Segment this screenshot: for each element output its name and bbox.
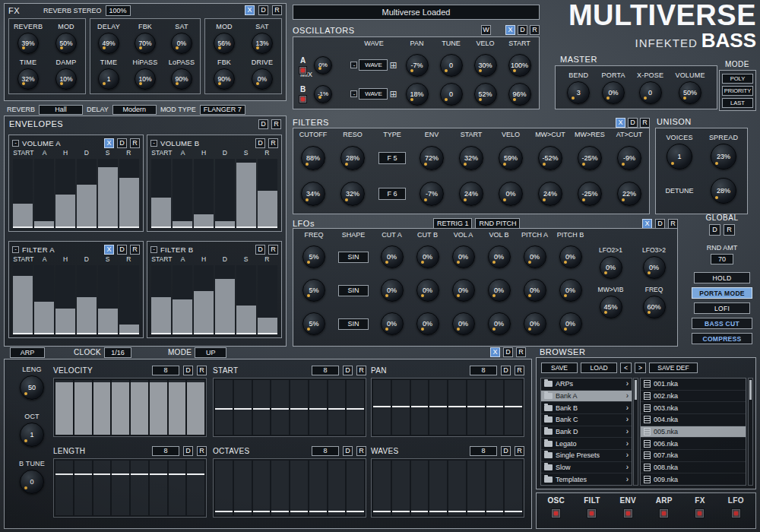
osc-b-mix-knob[interactable]: -1% <box>314 85 332 103</box>
lfo1-freq-knob[interactable]: 5% <box>302 245 325 268</box>
lofi-button[interactable]: LOFI <box>694 302 750 314</box>
x-button[interactable]: X <box>490 347 500 357</box>
d-button[interactable]: D <box>655 219 665 229</box>
step-bar[interactable] <box>112 380 129 435</box>
fx-select-value[interactable]: Modern <box>112 105 157 115</box>
folder-row[interactable]: Single Presets › <box>541 450 632 462</box>
filter-type-a-select[interactable]: F 5 <box>378 152 406 164</box>
wave-grid-icon[interactable]: ⊞ <box>389 61 397 70</box>
envelope-bar[interactable] <box>55 159 75 228</box>
step-bar[interactable] <box>74 380 92 435</box>
reverb-stereo-value[interactable]: 100% <box>106 5 131 16</box>
envelope-bar[interactable] <box>13 159 33 228</box>
master-knob[interactable]: 0 <box>639 81 662 104</box>
tab-power-led[interactable] <box>551 508 561 518</box>
d-button[interactable]: D <box>183 366 193 375</box>
knob-cutoff-a[interactable]: 88% <box>301 146 325 170</box>
fx-knob[interactable]: 70% <box>135 33 156 54</box>
folder-row[interactable]: Bank A › <box>541 391 632 403</box>
arp-mode-select[interactable]: UP <box>195 347 226 358</box>
step-bar[interactable] <box>328 380 346 435</box>
folder-row[interactable]: Slow › <box>541 462 632 474</box>
r-button[interactable]: R <box>271 119 281 129</box>
osc-b-tune-knob[interactable]: 0 <box>440 83 463 106</box>
step-bar[interactable] <box>309 380 327 435</box>
knob-start-a[interactable]: 32% <box>459 146 483 170</box>
step-bar[interactable] <box>392 461 410 515</box>
master-knob[interactable]: 0% <box>602 81 625 104</box>
step-bar[interactable] <box>234 380 252 435</box>
lfo-mod-knob[interactable]: 0% <box>416 245 439 268</box>
file-row[interactable]: 005.nka <box>641 426 746 439</box>
tab-power-led[interactable] <box>623 508 633 518</box>
step-bar[interactable] <box>505 461 522 515</box>
step-bar[interactable] <box>373 461 391 515</box>
step-bar[interactable] <box>373 380 391 435</box>
step-bar[interactable] <box>392 380 410 435</box>
arp-button[interactable]: ARP <box>10 347 45 358</box>
fx-knob[interactable]: 13% <box>252 33 273 54</box>
step-bar[interactable] <box>55 461 73 515</box>
fx-knob[interactable]: 1 <box>98 68 119 90</box>
step-bar[interactable] <box>271 461 289 515</box>
leng-knob[interactable]: 50 <box>20 375 44 400</box>
lfo3-to-2-knob[interactable]: 0% <box>643 256 666 279</box>
r-button[interactable]: R <box>668 219 678 229</box>
envelope-bar[interactable] <box>258 265 277 334</box>
r-button[interactable]: R <box>640 118 650 128</box>
steps-count[interactable]: 8 <box>312 446 339 456</box>
folder-scrollbar[interactable] <box>633 378 638 486</box>
folder-row[interactable]: Templates › <box>541 473 632 485</box>
r-button[interactable]: R <box>356 446 366 456</box>
osc-b-power-led[interactable] <box>299 95 307 103</box>
x-button[interactable]: X <box>104 245 114 255</box>
x-button[interactable]: X <box>245 5 255 15</box>
step-bar[interactable] <box>467 461 485 515</box>
fx-knob[interactable]: 0% <box>252 68 273 90</box>
lfo3-freq-knob[interactable]: 5% <box>302 312 325 335</box>
step-bar[interactable] <box>74 461 92 515</box>
mode-button[interactable]: POLY <box>722 74 753 84</box>
osc-b-pan-knob[interactable]: 18% <box>406 83 429 106</box>
r-button[interactable]: R <box>130 245 140 255</box>
d-button[interactable]: D <box>117 245 127 255</box>
step-bar[interactable] <box>187 461 204 515</box>
envelope-bar[interactable] <box>77 159 97 228</box>
knob-at-cut-b[interactable]: 22% <box>617 182 641 206</box>
step-bar[interactable] <box>215 461 233 515</box>
envelope-bar[interactable] <box>173 159 192 228</box>
master-knob[interactable]: 3 <box>567 81 590 104</box>
steps-count[interactable]: 8 <box>152 366 179 375</box>
r-button[interactable]: R <box>516 347 526 357</box>
prev-button[interactable]: < <box>620 363 632 373</box>
osc-a-tune-knob[interactable]: 0 <box>440 54 463 77</box>
step-bar[interactable] <box>505 380 522 435</box>
mode-button[interactable]: LAST <box>722 98 753 108</box>
step-bar[interactable] <box>93 461 111 515</box>
w-button[interactable]: W <box>481 25 491 35</box>
step-bar[interactable] <box>429 461 447 515</box>
folder-row[interactable]: Bank C › <box>541 414 632 426</box>
knob-mw-cut-b[interactable]: 24% <box>538 182 562 206</box>
lfo-mod-knob[interactable]: 0% <box>488 312 511 335</box>
envelope-bar[interactable] <box>119 159 139 228</box>
d-button[interactable]: D <box>255 245 265 255</box>
fx-select-value[interactable]: FLANGER 7 <box>200 105 245 115</box>
lfo-mod-knob[interactable]: 0% <box>559 312 582 335</box>
tab-power-led[interactable] <box>587 508 597 518</box>
osc-a-pan-knob[interactable]: -7% <box>406 54 429 77</box>
d-button[interactable]: D <box>709 224 720 236</box>
fx-select-value[interactable]: Hall <box>39 105 83 115</box>
clock-select[interactable]: 1/16 <box>104 347 131 358</box>
wave-grid-icon[interactable]: ⊞ <box>389 90 397 99</box>
file-row[interactable]: 002.nka <box>641 391 746 403</box>
minus-button[interactable]: - <box>150 246 157 253</box>
knob-at-cut-a[interactable]: -9% <box>617 146 641 170</box>
file-row[interactable]: 004.nka <box>641 414 746 426</box>
lfo2-to-1-knob[interactable]: 0% <box>600 256 622 279</box>
envelope-bar[interactable] <box>258 159 277 228</box>
r-button[interactable]: R <box>197 366 207 375</box>
fx-knob[interactable]: 90% <box>171 68 192 90</box>
osc-a-mix-knob[interactable]: 0% <box>314 56 332 74</box>
file-row[interactable]: 006.nka <box>641 438 746 450</box>
